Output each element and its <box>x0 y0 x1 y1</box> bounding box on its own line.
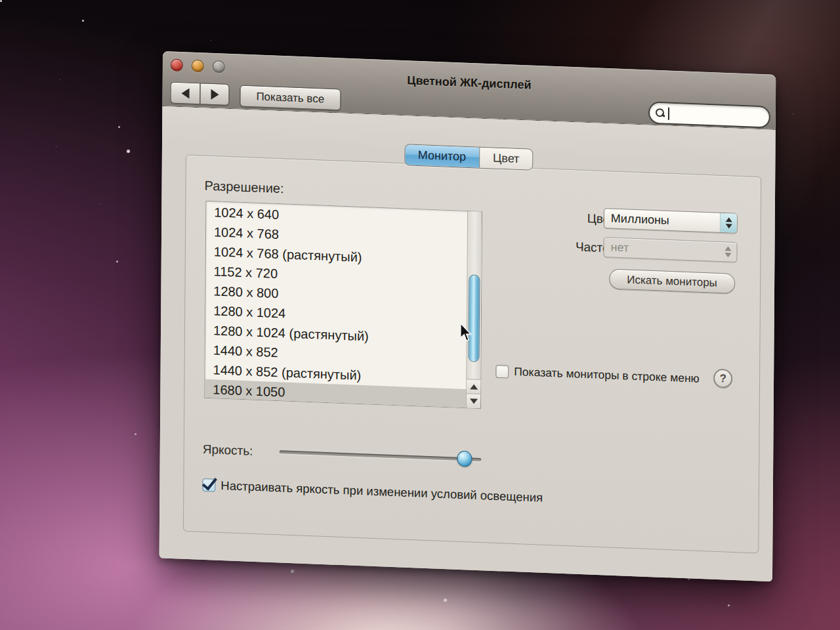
frequency-popup-value: нет <box>611 240 629 255</box>
tab-color[interactable]: Цвет <box>480 148 533 170</box>
popup-stepper-icon <box>719 242 736 262</box>
search-icon <box>655 108 665 119</box>
search-field[interactable] <box>648 101 770 128</box>
auto-brightness-row: Настраивать яркость при изменении услови… <box>202 478 543 505</box>
detect-displays-button[interactable]: Искать мониторы <box>609 268 735 293</box>
wallpaper-stars <box>0 0 2 2</box>
brightness-track <box>280 450 482 461</box>
text-caret <box>668 107 669 119</box>
auto-brightness-checkbox[interactable] <box>202 478 215 492</box>
resolution-rows: 1024 x 640 1024 x 768 1024 x 768 (растян… <box>205 202 467 408</box>
arrow-down-icon <box>470 398 478 404</box>
back-arrow-icon <box>181 88 189 98</box>
auto-brightness-label: Настраивать яркость при изменении услови… <box>220 478 543 505</box>
scroll-up-button[interactable] <box>467 379 480 394</box>
nav-buttons <box>170 81 229 105</box>
colors-popup[interactable]: Миллионы <box>604 208 738 234</box>
tab-monitor[interactable]: Монитор <box>405 144 480 167</box>
popup-stepper-icon <box>720 213 737 233</box>
forward-arrow-icon <box>211 89 219 99</box>
help-button[interactable]: ? <box>713 369 732 388</box>
back-button[interactable] <box>170 81 200 104</box>
brightness-thumb[interactable] <box>457 451 472 467</box>
show-in-menubar-row: Показать мониторы в строке меню <box>495 364 699 386</box>
resolution-label: Разрешение: <box>204 178 284 197</box>
show-in-menubar-label: Показать мониторы в строке меню <box>514 365 700 386</box>
window-content: Монитор Цвет Разрешение: 1024 x 640 1024… <box>159 106 776 581</box>
arrow-up-icon <box>470 384 478 389</box>
scroll-buttons <box>467 379 480 408</box>
show-in-menubar-checkbox[interactable] <box>495 364 509 378</box>
scrollbar[interactable] <box>466 211 482 408</box>
frequency-popup: нет <box>603 237 737 262</box>
resolution-list[interactable]: 1024 x 640 1024 x 768 1024 x 768 (растян… <box>204 201 482 409</box>
displays-preferences-window: Цветной ЖК-дисплей Показать все Монитор … <box>159 51 776 581</box>
scroll-down-button[interactable] <box>467 393 480 408</box>
forward-button[interactable] <box>200 83 229 106</box>
show-all-button[interactable]: Показать все <box>240 85 341 111</box>
colors-popup-value: Миллионы <box>611 211 669 227</box>
brightness-label: Яркость: <box>203 442 253 459</box>
monitor-tab-panel: Разрешение: 1024 x 640 1024 x 768 1024 x… <box>183 154 761 553</box>
scrollbar-thumb[interactable] <box>468 274 480 362</box>
brightness-slider[interactable] <box>280 444 482 467</box>
